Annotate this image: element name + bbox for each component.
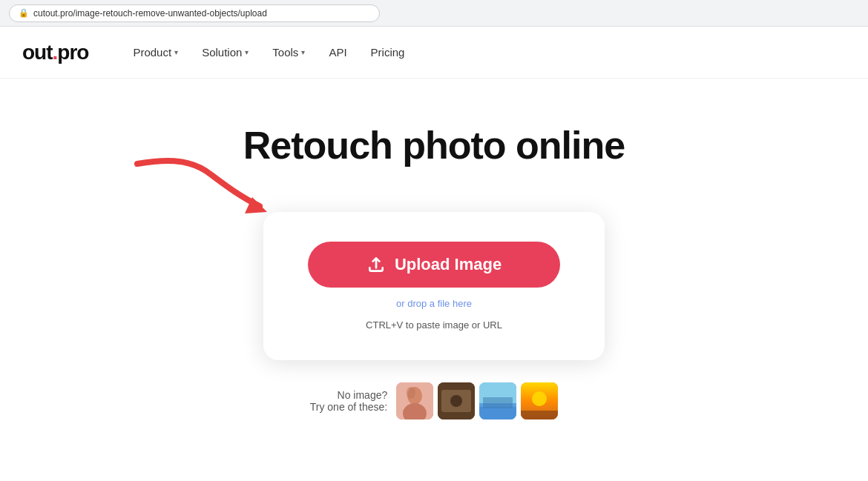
no-image-text: No image? bbox=[310, 389, 388, 401]
nav-api-label: API bbox=[329, 46, 346, 59]
arrow-icon bbox=[130, 153, 278, 227]
nav-item-tools[interactable]: Tools ▾ bbox=[272, 46, 305, 59]
arrow-container bbox=[130, 153, 278, 227]
nav-product-label: Product bbox=[133, 46, 171, 59]
address-bar[interactable]: 🔒 cutout.pro/image-retouch-remove-unwant… bbox=[9, 4, 380, 22]
sample-section: No image? Try one of these: bbox=[310, 382, 559, 419]
try-text: Try one of these: bbox=[310, 401, 388, 413]
upload-card: Upload Image or drop a file here CTRL+V … bbox=[263, 212, 605, 360]
sample-label: No image? Try one of these: bbox=[310, 389, 388, 413]
svg-point-4 bbox=[407, 387, 415, 399]
sample-image-1[interactable] bbox=[396, 382, 433, 419]
upload-section: Upload Image or drop a file here CTRL+V … bbox=[263, 212, 605, 419]
nav-pricing-label: Pricing bbox=[371, 46, 405, 59]
nav-links: Product ▾ Solution ▾ Tools ▾ API Pricing bbox=[133, 46, 404, 59]
sample-images bbox=[396, 382, 558, 419]
page-title: Retouch photo online bbox=[243, 123, 625, 167]
upload-button-label: Upload Image bbox=[395, 255, 502, 274]
sample-image-4[interactable] bbox=[521, 382, 558, 419]
nav-solution-label: Solution bbox=[202, 46, 242, 59]
nav-item-solution[interactable]: Solution ▾ bbox=[202, 46, 249, 59]
upload-button[interactable]: Upload Image bbox=[308, 242, 560, 288]
logo[interactable]: out.pro bbox=[22, 41, 88, 64]
nav-item-api[interactable]: API bbox=[329, 46, 346, 59]
product-chevron-icon: ▾ bbox=[174, 48, 178, 56]
svg-rect-11 bbox=[483, 397, 513, 408]
solution-chevron-icon: ▾ bbox=[245, 48, 249, 56]
drop-hint: or drop a file here bbox=[396, 298, 472, 309]
svg-point-13 bbox=[532, 391, 547, 406]
paste-hint: CTRL+V to paste image or URL bbox=[366, 319, 502, 331]
tools-chevron-icon: ▾ bbox=[301, 48, 305, 56]
nav-item-pricing[interactable]: Pricing bbox=[371, 46, 405, 59]
main-content: Retouch photo online Upload Image or dro… bbox=[0, 79, 868, 419]
lock-icon: 🔒 bbox=[19, 8, 29, 18]
navbar: out.pro Product ▾ Solution ▾ Tools ▾ API… bbox=[0, 27, 868, 79]
browser-bar: 🔒 cutout.pro/image-retouch-remove-unwant… bbox=[0, 0, 868, 27]
svg-rect-14 bbox=[521, 411, 558, 419]
upload-icon bbox=[366, 255, 386, 274]
sample-image-2[interactable] bbox=[438, 382, 475, 419]
nav-tools-label: Tools bbox=[272, 46, 298, 59]
url-text: cutout.pro/image-retouch-remove-unwanted… bbox=[33, 8, 267, 19]
svg-point-7 bbox=[450, 395, 462, 407]
nav-item-product[interactable]: Product ▾ bbox=[133, 46, 178, 59]
sample-image-3[interactable] bbox=[479, 382, 516, 419]
